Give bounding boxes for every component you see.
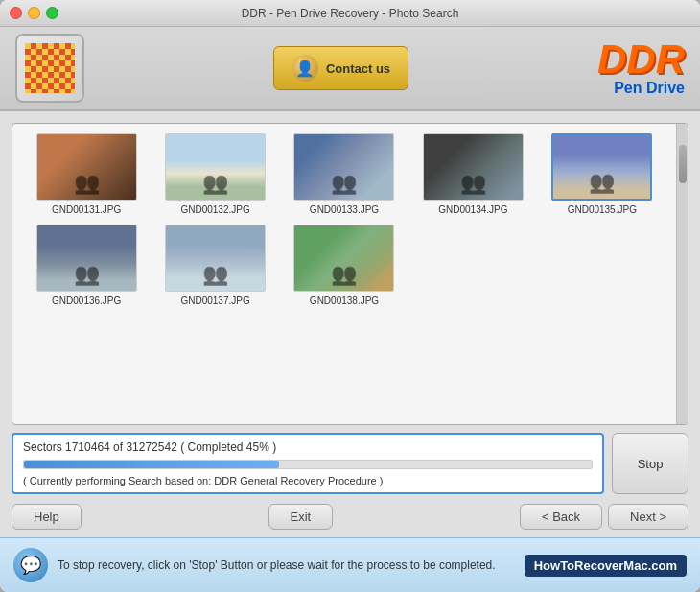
scrollbar-thumb[interactable]: [679, 145, 687, 183]
progress-status-text: ( Currently performing Search based on: …: [23, 475, 593, 486]
brand-sub-text: Pen Drive: [597, 80, 685, 97]
progress-area: Sectors 1710464 of 31272542 ( Completed …: [12, 433, 688, 494]
progress-bar-fill: [24, 461, 279, 468]
photo-item-GND00135[interactable]: 👥GND00135.JPG: [542, 133, 663, 215]
photo-area: 👥GND00131.JPG👥GND00132.JPG👥GND00133.JPG👥…: [12, 123, 688, 425]
progress-sectors-text: Sectors 1710464 of 31272542 ( Completed …: [23, 440, 593, 454]
photo-label-GND00136: GND00136.JPG: [52, 296, 121, 306]
app-window: DDR - Pen Drive Recovery - Photo Search …: [0, 0, 700, 592]
photo-label-GND00131: GND00131.JPG: [52, 204, 121, 215]
photo-label-GND00138: GND00138.JPG: [310, 296, 379, 306]
info-message: To stop recovery, click on 'Stop' Button…: [58, 558, 515, 572]
photo-thumb-GND00131[interactable]: 👥: [36, 133, 137, 201]
photo-item-GND00134[interactable]: 👥GND00134.JPG: [412, 133, 533, 215]
scrollbar[interactable]: [676, 124, 688, 424]
photo-thumb-GND00136[interactable]: 👥: [36, 225, 137, 292]
window-controls: [10, 7, 58, 19]
photo-label-GND00133: GND00133.JPG: [310, 204, 379, 215]
minimize-button[interactable]: [28, 7, 40, 19]
stop-button[interactable]: Stop: [612, 433, 688, 494]
app-brand: DDR Pen Drive: [597, 39, 685, 97]
stop-label: Stop: [638, 457, 664, 471]
maximize-button[interactable]: [46, 7, 58, 19]
photo-label-GND00134: GND00134.JPG: [438, 204, 507, 215]
photo-grid: 👥GND00131.JPG👥GND00132.JPG👥GND00133.JPG👥…: [26, 133, 663, 306]
photo-thumb-GND00133[interactable]: 👥: [293, 133, 394, 201]
photo-item-GND00133[interactable]: 👥GND00133.JPG: [284, 133, 405, 215]
brand-ddr-text: DDR: [597, 39, 685, 80]
contact-icon: 👤: [292, 55, 318, 82]
photo-label-GND00132: GND00132.JPG: [180, 204, 249, 215]
photo-thumb-GND00135[interactable]: 👥: [551, 133, 652, 201]
title-bar: DDR - Pen Drive Recovery - Photo Search: [0, 0, 700, 27]
window-title: DDR - Pen Drive Recovery - Photo Search: [242, 7, 459, 20]
logo-checkerboard: [25, 43, 75, 93]
photo-item-GND00138[interactable]: 👥GND00138.JPG: [284, 225, 405, 306]
app-header: 👤 Contact us DDR Pen Drive: [0, 27, 700, 111]
back-button[interactable]: < Back: [520, 504, 602, 530]
photo-grid-scroll[interactable]: 👥GND00131.JPG👥GND00132.JPG👥GND00133.JPG👥…: [12, 124, 676, 424]
photo-thumb-GND00137[interactable]: 👥: [165, 225, 266, 292]
info-bar: 💬 To stop recovery, click on 'Stop' Butt…: [0, 537, 700, 592]
header-center: 👤 Contact us: [84, 46, 597, 90]
photo-thumb-GND00132[interactable]: 👥: [165, 133, 266, 201]
photo-thumb-GND00138[interactable]: 👥: [293, 225, 394, 292]
close-button[interactable]: [10, 7, 22, 19]
photo-label-GND00135: GND00135.JPG: [568, 204, 637, 215]
next-button[interactable]: Next >: [608, 504, 688, 530]
photo-label-GND00137: GND00137.JPG: [180, 296, 249, 306]
photo-item-GND00137[interactable]: 👥GND00137.JPG: [154, 225, 275, 306]
main-content: 👥GND00131.JPG👥GND00132.JPG👥GND00133.JPG👥…: [0, 111, 700, 537]
bottom-nav: Help Exit < Back Next >: [0, 500, 700, 537]
exit-button[interactable]: Exit: [268, 504, 334, 530]
app-logo: [15, 34, 84, 103]
help-button[interactable]: Help: [12, 504, 82, 530]
photo-item-GND00131[interactable]: 👥GND00131.JPG: [26, 133, 147, 215]
photo-item-GND00136[interactable]: 👥GND00136.JPG: [26, 225, 147, 306]
progress-box: Sectors 1710464 of 31272542 ( Completed …: [12, 433, 604, 494]
photo-item-GND00132[interactable]: 👥GND00132.JPG: [154, 133, 275, 215]
photo-thumb-GND00134[interactable]: 👥: [423, 133, 524, 201]
info-icon: 💬: [13, 548, 48, 582]
nav-right-buttons: < Back Next >: [520, 504, 688, 530]
progress-bar-container: [23, 460, 593, 469]
contact-label: Contact us: [326, 61, 390, 76]
contact-button[interactable]: 👤 Contact us: [273, 46, 408, 90]
watermark: HowToRecoverMac.com: [525, 555, 687, 577]
